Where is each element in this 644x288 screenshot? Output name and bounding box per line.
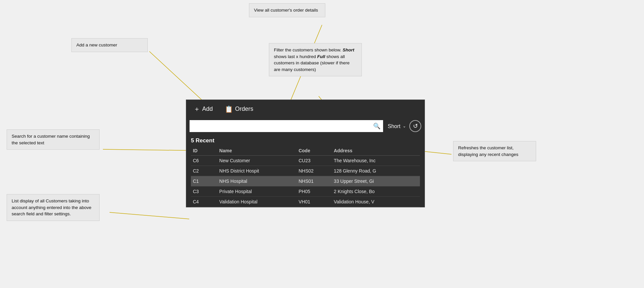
col-header-address: Address (332, 147, 420, 156)
cell-address: Validation House, V (332, 197, 420, 207)
table-row[interactable]: C4Validation HospitalVH01Validation Hous… (191, 197, 420, 207)
cell-name: NHS District Hospit (217, 166, 297, 176)
cell-id: C1 (191, 176, 217, 186)
orders-label: Orders (235, 106, 253, 112)
cell-id: C3 (191, 186, 217, 197)
customers-table: ID Name Code Address C6New CustomerCU23T… (191, 147, 420, 207)
cell-id: C6 (191, 156, 217, 166)
main-panel: ＋ Add 📋 Orders 🔍 Short Full ⌄ ↺ 5 Recent (186, 100, 425, 207)
refresh-button[interactable]: ↺ (409, 120, 421, 132)
cell-code: NHS01 (296, 176, 332, 186)
tooltip-filter: Filter the customers shown below. Short … (269, 43, 362, 76)
add-label: Add (202, 106, 213, 112)
tooltip-orders-text: View all customer's order details (254, 8, 318, 13)
cell-code: CU23 (296, 156, 332, 166)
filter-select-wrap: Short Full ⌄ (385, 120, 407, 132)
refresh-icon: ↺ (413, 122, 418, 130)
cell-name: Private Hospital (217, 186, 297, 197)
tooltip-add: Add a new customer (71, 38, 148, 52)
svg-line-4 (110, 212, 189, 219)
cell-address: 2 Knights Close, Bo (332, 186, 420, 197)
table-row[interactable]: C3Private HospitalPH052 Knights Close, B… (191, 186, 420, 197)
cell-name: New Customer (217, 156, 297, 166)
search-input-wrap: 🔍 (190, 120, 383, 132)
cell-address: The Warehouse, Inc (332, 156, 420, 166)
cell-code: NHS02 (296, 166, 332, 176)
cell-code: PH05 (296, 186, 332, 197)
search-row: 🔍 Short Full ⌄ ↺ (186, 118, 425, 134)
col-header-code: Code (296, 147, 332, 156)
col-header-name: Name (217, 147, 297, 156)
cell-name: NHS Hospital (217, 176, 297, 186)
cell-id: C2 (191, 166, 217, 176)
tooltip-search: Search for a customer name containing th… (7, 129, 100, 150)
cell-address: 128 Glenny Road, G (332, 166, 420, 176)
search-input[interactable] (192, 123, 373, 129)
cell-name: Validation Hospital (217, 197, 297, 207)
tooltip-search-text: Search for a customer name containing th… (12, 134, 90, 145)
toolbar: ＋ Add 📋 Orders (186, 100, 425, 118)
table-row[interactable]: C6New CustomerCU23The Warehouse, Inc (191, 156, 420, 166)
tooltip-refresh-text: Refreshes the customer list, displaying … (458, 145, 519, 157)
add-button[interactable]: ＋ Add (191, 103, 215, 115)
table-body: C6New CustomerCU23The Warehouse, IncC2NH… (191, 156, 420, 207)
col-header-id: ID (191, 147, 217, 156)
recent-label: 5 Recent (191, 137, 420, 144)
search-button[interactable]: 🔍 (373, 122, 380, 130)
cell-id: C4 (191, 197, 217, 207)
cell-address: 33 Upper Street, Gi (332, 176, 420, 186)
tooltip-add-text: Add a new customer (76, 42, 117, 47)
clipboard-icon: 📋 (225, 105, 233, 113)
table-row[interactable]: C1NHS HospitalNHS0133 Upper Street, Gi (191, 176, 420, 186)
chevron-down-icon: ⌄ (403, 124, 406, 128)
table-row[interactable]: C2NHS District HospitNHS02128 Glenny Roa… (191, 166, 420, 176)
cell-code: VH01 (296, 197, 332, 207)
tooltip-orders: View all customer's order details (249, 3, 325, 17)
table-header-row: ID Name Code Address (191, 147, 420, 156)
orders-button[interactable]: 📋 Orders (222, 104, 256, 114)
tooltip-list-text: List display of all Customers taking int… (12, 198, 91, 216)
filter-dropdown[interactable]: Short Full (386, 123, 402, 129)
tooltip-list: List display of all Customers taking int… (7, 194, 100, 221)
table-area: 5 Recent ID Name Code Address C6New Cust… (186, 134, 425, 207)
plus-icon: ＋ (194, 105, 200, 113)
tooltip-refresh: Refreshes the customer list, displaying … (453, 141, 536, 161)
